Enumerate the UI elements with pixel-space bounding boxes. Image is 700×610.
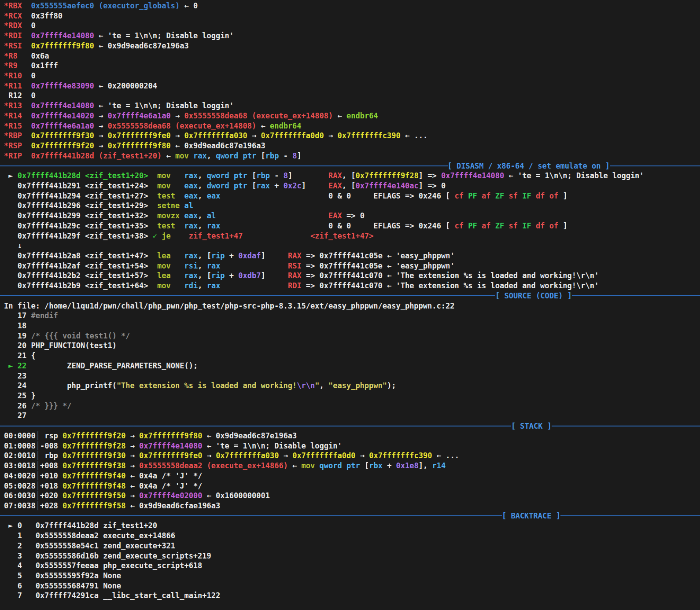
- source-line: 20 PHP_FUNCTION(test1): [4, 341, 700, 351]
- disasm-line: 0x7ffff441b2af <zif_test1+54> mov rsi, r…: [4, 261, 700, 271]
- disasm-line: 0x7ffff441b299 <zif_test1+32> movzx eax,…: [4, 211, 700, 221]
- stack-line: 07:0038│+028 0x7fffffff9f58 ← 0x9d9ead6c…: [4, 501, 700, 511]
- seg-w: [22, 101, 31, 110]
- seg-w: [531, 221, 536, 230]
- seg-y: 0x7fffffffa0d0: [292, 451, 355, 460]
- seg-w: [171, 171, 184, 180]
- registers-line: *RSP 0x7fffffff9f20 → 0x7fffffff9f80 ← 0…: [4, 141, 700, 151]
- seg-w: →: [94, 141, 108, 150]
- registers-line: *R14 0x7ffff4e14020 → 0x7ffff4e6a1a0 → 0…: [4, 111, 700, 121]
- seg-l: setne: [157, 201, 180, 210]
- seg-c: dword ptr: [207, 181, 247, 190]
- seg-c: rax: [256, 181, 270, 190]
- seg-y: 0x7fffffffa0d0: [261, 131, 324, 140]
- seg-w: [504, 191, 508, 200]
- seg-v: 0x1e8: [396, 461, 419, 470]
- seg-w: ← 'te = 1\n\n; Disable loggin': [94, 101, 234, 110]
- source-line: In file: /home/l1qu1d/pwn/chall/php_pwn/…: [4, 301, 700, 311]
- source-line: 24 php_printf("The extension %s is loade…: [4, 381, 700, 391]
- seg-w: => 0x7ffff441c05e ← 'easy_phppwn': [302, 261, 455, 270]
- seg-r: *R11: [4, 81, 22, 90]
- seg-r: df: [536, 191, 545, 200]
- disasm-header-label: [ DISASM / x86-64 / set emulate on ]: [448, 162, 610, 170]
- seg-w: ← 'te = 1\n\n; Disable loggin': [94, 31, 234, 40]
- seg-c: rax: [207, 281, 221, 290]
- seg-w: rsp: [40, 431, 63, 440]
- seg-fg: PF: [468, 191, 477, 200]
- seg-w: 04:0020: [4, 471, 36, 480]
- seg-w: [491, 191, 495, 200]
- seg-w: ← 'te = 1\n\n; Disable loggin': [504, 171, 644, 180]
- registers-line: *R8 0x6a: [4, 51, 700, 61]
- registers-line: *R11 0x7ffff4e83090 ← 0x200000204: [4, 81, 700, 91]
- seg-w: => 0x7ffff441c05e ← 'easy_phppwn': [302, 251, 455, 260]
- seg-w: 0x7ffff441b2b9 <zif_test1+64>: [18, 281, 148, 290]
- seg-w: , [: [198, 251, 211, 260]
- seg-c: rax: [184, 221, 198, 230]
- seg-bar: │: [36, 481, 40, 490]
- seg-m: 0x7ffff4e140ac: [356, 181, 419, 190]
- seg-r: RAX: [328, 171, 342, 180]
- disasm-line: 0x7ffff441b294 <zif_test1+27> test eax, …: [4, 191, 700, 201]
- seg-y: 0x7fffffff9f20: [31, 141, 94, 150]
- seg-bar: │: [36, 431, 40, 440]
- seg-c: eax: [184, 181, 198, 190]
- seg-w: [: [247, 181, 256, 190]
- seg-w: [171, 271, 184, 280]
- seg-w: [545, 191, 549, 200]
- backtrace-header-label: [ BACKTRACE ]: [502, 511, 560, 520]
- seg-w: +020: [40, 491, 63, 500]
- seg-r: of: [549, 191, 558, 200]
- seg-w: [464, 191, 468, 200]
- registers-line: R12 0: [4, 91, 700, 101]
- seg-w: [4, 232, 18, 240]
- seg-y: 0x7fffffff9f20: [63, 431, 125, 440]
- seg-w: 0x7ffff441b294 <zif_test1+27>: [18, 191, 148, 200]
- seg-bar: │: [36, 451, 40, 460]
- seg-w: => 0: [342, 211, 365, 220]
- registers-line: *RBP 0x7fffffff9f30 → 0x7fffffff9fe0 → 0…: [4, 131, 700, 141]
- seg-y: 0x7fffffff9f30: [31, 131, 94, 140]
- seg-r: *R15: [4, 121, 22, 130]
- seg-m: 0x7ffff4e02000: [139, 491, 202, 500]
- seg-c: al: [207, 211, 216, 220]
- seg-w: ← 0x4a /* 'J' */: [125, 471, 202, 480]
- seg-w: 00:0000: [4, 431, 36, 440]
- seg-w: 0x7ffff441b296 <zif_test1+29>: [18, 201, 148, 210]
- seg-w: →: [125, 431, 139, 440]
- seg-y: 0x7fffffffa030: [216, 451, 279, 460]
- seg-w: [148, 211, 157, 220]
- seg-bar: │: [36, 461, 40, 470]
- seg-w: ]: [288, 171, 292, 180]
- stack-line: 00:0000│ rsp 0x7fffffff9f20 → 0x7fffffff…: [4, 431, 700, 441]
- seg-w: ]: [558, 191, 567, 200]
- seg-w: 0 & 0 EFLAGS => 0x246 [: [328, 191, 455, 200]
- seg-r: *RDX: [4, 21, 22, 30]
- seg-gy: /* {{{ void test1() */: [31, 331, 130, 340]
- seg-c: rax: [184, 171, 198, 180]
- seg-r: <zif_test1+47>: [310, 232, 373, 240]
- seg-fg: IF: [522, 191, 531, 200]
- seg-w: +008: [40, 461, 63, 470]
- seg-w: ,: [198, 171, 206, 180]
- source-header: [ SOURCE (CODE) ]: [0, 291, 700, 301]
- seg-c: rax: [184, 271, 198, 280]
- seg-w: 0x7ffff441b29c <zif_test1+35>: [18, 221, 148, 230]
- stack-line: 04:0020│+010 0x7fffffff9f40 ← 0x4a /* 'J…: [4, 471, 700, 481]
- seg-r: RDI: [288, 281, 302, 290]
- seg-e: endbr64: [270, 121, 302, 130]
- seg-c: rip: [211, 251, 225, 260]
- seg-c: r14: [432, 461, 446, 470]
- seg-b: 0x555555aefec0 (executor_globals): [31, 1, 180, 10]
- seg-w: 3 0x55555586d16b zend_execute_scripts+21…: [4, 551, 211, 560]
- seg-s: "easy_phppwn": [328, 381, 387, 390]
- seg-w: [4, 201, 18, 210]
- seg-r: 0x7ffff441b28d (zif_test1+20): [31, 151, 162, 160]
- seg-w: +: [225, 271, 239, 280]
- stack-pane: 00:0000│ rsp 0x7fffffff9f20 → 0x7fffffff…: [4, 431, 700, 511]
- seg-c: rax: [193, 151, 207, 160]
- seg-l: mov: [302, 461, 315, 470]
- seg-g: ► 22: [4, 361, 26, 370]
- seg-r: *RDI: [4, 31, 22, 40]
- seg-w: [180, 211, 184, 220]
